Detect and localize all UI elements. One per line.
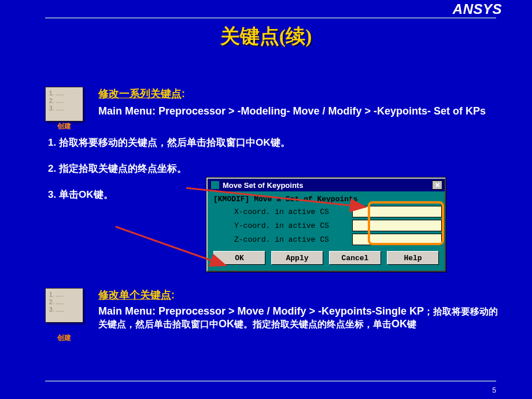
y-coord-input[interactable] bbox=[352, 220, 442, 231]
system-menu-icon[interactable] bbox=[211, 181, 219, 189]
note-line: 3. ..... bbox=[49, 105, 79, 112]
step-item: 拾取将要移动的关键点，然后单击拾取窗口中OK键。 bbox=[59, 136, 406, 150]
help-button[interactable]: Help bbox=[387, 251, 439, 265]
coord-row-y: Y-coord. in active CS bbox=[213, 220, 439, 231]
section-heading: 修改单个关键点: bbox=[98, 288, 502, 302]
coord-label: Z-coord. in active CS bbox=[213, 235, 335, 244]
heading-text: 修改单个关键点 bbox=[98, 289, 171, 301]
note-line: 2. ..... bbox=[49, 298, 79, 306]
move-keypoints-dialog: Move Set of Keypoints ✕ [KMODIF] Move a … bbox=[206, 178, 446, 272]
step-item: 指定拾取关键点的终点坐标。 bbox=[59, 162, 209, 176]
step-item: 单击OK键。 bbox=[59, 189, 209, 202]
x-coord-input[interactable] bbox=[352, 206, 442, 217]
note-line: 1. ..... bbox=[49, 291, 79, 298]
note-line: 2. ..... bbox=[49, 97, 79, 105]
note-caption: 创建 bbox=[45, 121, 83, 131]
section2-body: Main Menu: Preprocessor > Move / Modify … bbox=[98, 305, 502, 331]
dialog-title: Move Set of Keypoints bbox=[223, 181, 303, 190]
cancel-button[interactable]: Cancel bbox=[329, 251, 381, 265]
note-line: 3. ..... bbox=[49, 306, 79, 313]
note-card: 1. ..... 2. ..... 3. ..... bbox=[45, 87, 83, 121]
note-card: 1. ..... 2. ..... 3. ..... bbox=[45, 288, 83, 323]
divider-top bbox=[45, 17, 496, 19]
close-icon[interactable]: ✕ bbox=[432, 180, 442, 190]
coord-row-z: Z-coord. in active CS bbox=[213, 234, 439, 245]
coord-label: X-coord. in active CS bbox=[213, 208, 335, 216]
apply-button[interactable]: Apply bbox=[271, 251, 323, 265]
brand-logo: ANSYS bbox=[453, 1, 502, 17]
dialog-titlebar[interactable]: Move Set of Keypoints ✕ bbox=[208, 179, 445, 191]
note-line: 1. ..... bbox=[49, 90, 79, 97]
coord-label: Y-coord. in active CS bbox=[213, 221, 335, 230]
slide-title: 关键点(续) bbox=[0, 23, 532, 50]
menu-path: Main Menu: Preprocessor > Move / Modify … bbox=[98, 305, 424, 317]
coord-row-x: X-coord. in active CS bbox=[213, 206, 439, 217]
note-caption: 创建 bbox=[45, 333, 83, 343]
heading-text: 修改一系列关键点 bbox=[98, 88, 182, 99]
divider-bottom bbox=[45, 380, 496, 382]
section-single-kp: 修改单个关键点: Main Menu: Preprocessor > Move … bbox=[98, 288, 502, 331]
page-number: 5 bbox=[492, 386, 496, 394]
z-coord-input[interactable] bbox=[352, 234, 442, 245]
ok-button[interactable]: OK bbox=[213, 251, 265, 265]
section-single-kp-wrap: 1. ..... 2. ..... 3. ..... 修改单个关键点: Main… bbox=[45, 288, 502, 343]
menu-path: Main Menu: Preprocessor > -Modeling- Mov… bbox=[98, 104, 496, 118]
section-heading: 修改一系列关键点: bbox=[98, 87, 496, 101]
section-set-of-kps: 修改一系列关键点: Main Menu: Preprocessor > -Mod… bbox=[98, 87, 496, 119]
dialog-subheader: [KMODIF] Move a Set of Keypoints bbox=[213, 195, 439, 204]
